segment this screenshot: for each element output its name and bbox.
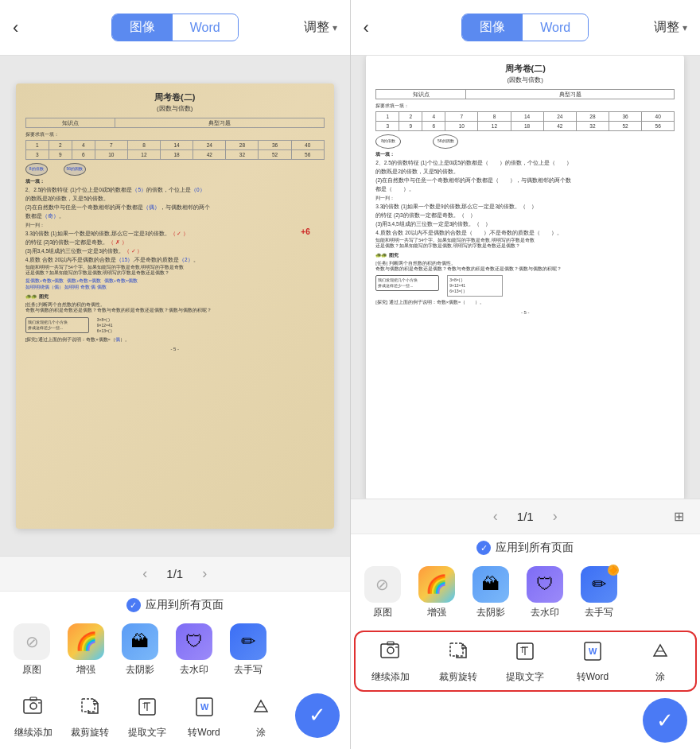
- left-tab-group: 图像 Word: [111, 14, 239, 41]
- right-tab-image[interactable]: 图像: [462, 14, 523, 41]
- left-confirm-button[interactable]: ✓: [295, 693, 340, 738]
- right-doc-content: 周考卷(二) (因数与倍数) 知识点 典型习题 探要求填一填： 12478142…: [366, 56, 684, 499]
- left-filter-original[interactable]: ⊘ 原图: [5, 619, 59, 681]
- shadow-icon: 🏔: [122, 623, 158, 660]
- right-filter-original[interactable]: ⊘ 原图: [356, 561, 410, 624]
- right-filter-original-label: 原图: [373, 606, 392, 619]
- left-filter-enhance-label: 增强: [76, 663, 95, 677]
- right-doc-area: 周考卷(二) (因数与倍数) 知识点 典型习题 探要求填一填： 12478142…: [351, 56, 701, 499]
- left-hw-note2: 如明明绕偶（偶） 如明明 奇数 偶 偶数: [25, 285, 325, 291]
- shadow-icon: 🏔: [472, 566, 509, 603]
- right-filter-shadow-label: 去阴影: [476, 606, 505, 619]
- right-pagination: ‹ 1/1 › ⊞: [351, 499, 701, 534]
- left-filter-handwriting[interactable]: ✏ 去手写: [221, 619, 275, 681]
- left-filter-watermark[interactable]: 🛡 去水印: [167, 619, 221, 681]
- left-panel: ‹ 图像 Word 调整 ▾ 周考卷(二) (因数与倍数) 知识点 典型习题: [0, 0, 350, 749]
- left-page-info: 1/1: [166, 567, 183, 580]
- right-action-erase[interactable]: 涂: [637, 635, 683, 684]
- left-action-add[interactable]: 继续添加: [10, 691, 56, 739]
- left-explore-icon: 🐢🐢图究: [25, 293, 325, 300]
- right-math-figures: 我们发现把几个小方块拼成这样还少一些... 3×8=( ) 9×12=41 6×…: [375, 275, 675, 297]
- watermark-icon: 🛡: [527, 566, 563, 603]
- left-adjust-button[interactable]: 调整 ▾: [304, 19, 337, 36]
- right-action-crop[interactable]: 裁剪旋转: [435, 635, 481, 684]
- left-pagination: ‹ 1/1 ›: [0, 556, 350, 591]
- right-grid-view-button[interactable]: ⊞: [667, 509, 690, 524]
- right-confirm-button[interactable]: ✓: [643, 698, 687, 743]
- right-filter-watermark[interactable]: 🛡 去水印: [518, 561, 572, 624]
- right-prev-page[interactable]: ‹: [487, 508, 504, 525]
- svg-rect-0: [24, 700, 41, 713]
- svg-rect-4: [82, 699, 95, 712]
- add-photo-icon: [18, 691, 49, 723]
- right-fill-1: 2、2.5的倍数特征 (1)个位上是0或5的数都是（ ）的倍数，个位上是（ ）: [375, 159, 675, 166]
- left-judge-2: 的特征 (2)3的倍数一定都是奇数。（ ✗ ）: [25, 239, 325, 246]
- left-page-num: - 5 -: [25, 346, 325, 352]
- right-fill-2b: 都是（ ）。: [375, 185, 675, 192]
- left-filter-original-label: 原图: [22, 663, 41, 677]
- left-instruction: 探要求填一填：: [25, 131, 325, 138]
- crop-rotate-icon: [74, 691, 106, 723]
- left-filter-handwriting-label: 去手写: [234, 663, 262, 677]
- right-next-page[interactable]: ›: [546, 508, 564, 525]
- svg-point-1: [30, 703, 37, 709]
- svg-rect-12: [381, 644, 399, 658]
- left-back-button[interactable]: ‹: [13, 17, 18, 38]
- left-action-word[interactable]: W 转Word: [181, 691, 228, 739]
- right-fill-2: (2)在自然数中与任意一个奇数相邻的两个数都是（ ），与偶数相邻的两个数: [375, 177, 675, 184]
- right-filter-enhance[interactable]: 🌈 增强: [410, 561, 464, 624]
- left-prev-page[interactable]: ‹: [136, 565, 154, 582]
- left-filter-enhance[interactable]: 🌈 增强: [59, 619, 113, 681]
- left-tab-image[interactable]: 图像: [112, 14, 173, 41]
- left-fill-section: 填一填：: [25, 178, 325, 184]
- right-action-crop-label: 裁剪旋转: [439, 670, 477, 684]
- right-odd-even-text: 知能和明明一共写了54个字。如果知能写的字数是奇数,明明写的字数是奇数 还是偶数…: [375, 238, 675, 249]
- left-filter-shadow[interactable]: 🏔 去阴影: [113, 619, 167, 681]
- erase-icon: [245, 691, 277, 723]
- right-judge-2: 的特征 (2)3的倍数一定都是奇数。（ ）: [375, 212, 675, 219]
- left-topbar: ‹ 图像 Word 调整 ▾: [0, 0, 350, 56]
- right-filter-watermark-label: 去水印: [531, 606, 559, 619]
- right-filter-handwriting[interactable]: ✏ 🔶 去手写: [572, 561, 626, 624]
- right-judge-title: 判一判：: [375, 195, 675, 201]
- left-action-extract[interactable]: T 提取文字: [124, 691, 170, 739]
- right-circles-row: 8的倍数 56的因数: [375, 134, 675, 149]
- left-action-crop[interactable]: 裁剪旋转: [67, 691, 113, 739]
- left-tab-word[interactable]: Word: [173, 16, 238, 40]
- left-action-erase[interactable]: 涂: [238, 691, 284, 739]
- right-doc-title: 周考卷(二): [375, 63, 675, 75]
- right-action-extract[interactable]: T 提取文字: [502, 635, 548, 684]
- right-knowledge-table: 知识点 典型习题: [375, 89, 675, 99]
- extract-text-icon: T: [131, 691, 163, 723]
- right-adjust-button[interactable]: 调整 ▾: [654, 19, 687, 36]
- handwriting-badge: 🔶: [608, 565, 619, 576]
- add-photo-icon: [375, 635, 406, 667]
- right-action-word[interactable]: W 转Word: [570, 635, 616, 684]
- right-explore-icon: 🐢🐢图究: [375, 252, 675, 258]
- right-action-add[interactable]: 继续添加: [368, 635, 414, 684]
- left-circles-row: 8的倍数 56的因数 +6: [25, 163, 325, 176]
- right-apply-row: ✓ 应用到所有页面: [351, 541, 701, 555]
- erase-icon: [644, 635, 676, 667]
- right-action-word-label: 转Word: [577, 670, 609, 684]
- left-doc-content: 周考卷(二) (因数与倍数) 知识点 典型习题 探要求填一填： 12478142…: [16, 83, 334, 529]
- to-word-icon: W: [189, 691, 220, 723]
- left-judge-3: (3)用3,4,5组成的三位数一定是3的倍数。（ ✓ ）: [25, 247, 325, 254]
- left-handwriting-notes: 提偶数+奇数=偶数 偶数+奇数=偶数 偶数+奇数=偶数: [25, 278, 325, 285]
- original-icon: ⊘: [14, 623, 50, 660]
- right-action-add-label: 继续添加: [371, 670, 410, 684]
- left-apply-row: ✓ 应用到所有页面: [0, 598, 350, 612]
- left-bottom-toolbar: ✓ 应用到所有页面 ⊘ 原图 🌈 增强 🏔 去阴影 🛡 去水印 ✏: [0, 591, 350, 749]
- left-next-page[interactable]: ›: [196, 565, 213, 582]
- handwriting-remove-active-icon: ✏ 🔶: [581, 566, 617, 603]
- left-doc-subtitle: (因数与倍数): [25, 104, 325, 113]
- left-document-image: 周考卷(二) (因数与倍数) 知识点 典型习题 探要求填一填： 12478142…: [16, 83, 334, 529]
- right-back-button[interactable]: ‹: [364, 17, 369, 38]
- right-page-info: 1/1: [517, 510, 534, 523]
- right-tab-word[interactable]: Word: [523, 16, 588, 40]
- left-fill-2b: 数都是（奇）。: [25, 212, 325, 219]
- right-prime-composite: 4.质数 合数 20以内不是偶数的合数是（ ）,不是奇数的质数是（ ）。: [375, 229, 675, 236]
- right-filter-shadow[interactable]: 🏔 去阴影: [464, 561, 518, 624]
- left-doc-title: 周考卷(二): [25, 91, 325, 103]
- left-action-extract-label: 提取文字: [128, 726, 166, 739]
